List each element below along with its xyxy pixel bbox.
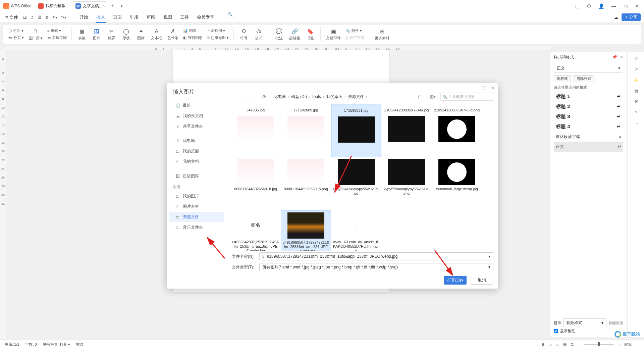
view-page-icon[interactable]: ▭ [548, 342, 552, 347]
print-quick-icon[interactable]: 🗋 [30, 15, 34, 20]
preview-icon[interactable]: 🗎 [45, 15, 49, 20]
nav-up-icon[interactable]: ↑ [253, 93, 258, 100]
print-icon[interactable]: 🖶 [38, 15, 42, 20]
search-icon[interactable]: 🔍 [228, 12, 233, 23]
side-mycloud[interactable]: ☁我的云文档 [169, 111, 224, 121]
preview-checkbox[interactable] [554, 329, 558, 333]
side-shared[interactable]: ⇪共享文件夹 [169, 121, 224, 132]
zoom-out-icon[interactable]: − [578, 343, 580, 347]
wordart-button[interactable]: A艺术字 [165, 28, 180, 41]
breadcrumb[interactable]: 此电脑› 磁盘 (D:)› tools› 我的桌面› 资源文件› [271, 94, 413, 100]
cube-icon[interactable]: ⬡ [587, 3, 591, 9]
cancel-button[interactable]: 取消 [471, 276, 493, 285]
fullscreen-icon[interactable]: ⛶ [636, 343, 639, 347]
shape-button[interactable]: ◯形状 [119, 28, 133, 41]
tab-templates[interactable]: 找稻壳模板 [35, 1, 72, 11]
nav-refresh-icon[interactable]: ⟳ [261, 93, 268, 100]
nav-back-icon[interactable]: ← [231, 93, 238, 100]
undo-icon[interactable]: ↶▾ [52, 15, 58, 20]
tab-document[interactable]: W 文字文稿1 ✕ [72, 1, 108, 11]
multi-window-icon[interactable]: ▢ [575, 3, 580, 9]
break-button[interactable]: ⭾分页 ▾ [7, 35, 25, 41]
tab-menu-button[interactable]: ▾ [118, 4, 125, 8]
clear-format-button[interactable]: 清除格式 [574, 75, 594, 82]
settings-icon[interactable]: ⚒ [634, 99, 638, 104]
flow-button[interactable]: ⇢流程图 ▾ [205, 28, 230, 34]
style-heading2[interactable]: 标题 2↵ [554, 101, 623, 111]
side-recent[interactable]: 🕘最近 [169, 100, 224, 111]
file-menu[interactable]: ≡ 文件 [3, 14, 20, 21]
new-style-button[interactable]: 新样式 [554, 75, 571, 82]
tab-page[interactable]: 页面 [112, 12, 122, 23]
file-item[interactable]: 0008118446926569_b.jpg [230, 157, 281, 210]
add-tab-button[interactable]: ＋ [107, 2, 118, 9]
view-web-icon[interactable]: ▭ [556, 342, 559, 347]
status-proof[interactable]: 校对 [76, 342, 84, 347]
chart-button[interactable]: 📊图表 [182, 28, 204, 34]
view-outline-icon[interactable]: ▤ [563, 342, 567, 347]
close-panel-icon[interactable]: ✕ [620, 55, 623, 59]
open-button[interactable]: 打开(O) ▾ [444, 276, 467, 285]
filename-field[interactable]: u=918960587,1729247211&fm=253&fmt=auto&a… [259, 252, 493, 260]
comment-button[interactable]: 💬批注 [272, 28, 286, 41]
zoom-in-icon[interactable]: + [618, 343, 620, 347]
file-item[interactable]: 171596831.jpg [331, 104, 381, 157]
file-item[interactable]: kypy55wuvuqkypy55wuvuq.png [381, 157, 432, 210]
tab-view[interactable]: 视图 [163, 12, 173, 23]
filetype-field[interactable]: 所有图片(*.emf *.wmf *.jpg *.jpeg *.jpe *.pn… [259, 263, 493, 271]
file-item[interactable]: u=918960587,1729247211&fm=253&fmt=au...8… [281, 210, 331, 251]
cloud-icon[interactable]: ☁ [614, 15, 618, 20]
help-icon[interactable]: ? [635, 110, 637, 115]
status-page[interactable]: 页面: 1/1 [5, 342, 19, 347]
view-grid-icon[interactable]: ⊞ [541, 342, 544, 347]
maximize-icon[interactable]: ▭ [624, 3, 628, 9]
side-desktop[interactable]: 🗀我的桌面 [169, 146, 224, 156]
file-item[interactable]: 签名u=856542337,2528192845&fm=253&fmt=au..… [230, 210, 281, 251]
tab-reference[interactable]: 引用 [129, 12, 139, 23]
dialog-close-icon[interactable]: ✕ [491, 85, 495, 90]
file-item[interactable]: thumbnail_large.webp.jpg [432, 157, 482, 210]
search-input[interactable]: 🔍 在此电脑中搜索 [440, 93, 494, 101]
file-item[interactable]: 171592609.jpg [281, 104, 331, 157]
show-select[interactable]: 有效样式▾ [563, 318, 606, 327]
tab-start[interactable]: 开始 [79, 12, 89, 23]
close-tab-icon[interactable]: ✕ [103, 4, 106, 8]
style-heading4[interactable]: 标题 4↵ [554, 121, 623, 132]
zoom-value[interactable]: 80% [624, 343, 632, 347]
current-style-select[interactable]: 正文▾ [554, 64, 623, 72]
headerfooter-button[interactable]: ▭页眉页脚 [46, 35, 68, 41]
smart-button[interactable]: ◧智能图形 [182, 35, 204, 41]
share-button[interactable]: ✧ 分享 [622, 13, 641, 21]
hyperlink-button[interactable]: 🔗超链接 [287, 28, 302, 41]
side-mydocs[interactable]: 🗀我的文档 [169, 156, 224, 167]
style-heading3[interactable]: 标题 3↵ [554, 111, 623, 121]
side-gallery[interactable]: 🖼正版图库 [169, 171, 224, 181]
table-button[interactable]: ▦表格 [75, 28, 89, 41]
mind-button[interactable]: ⊞思维导图 ▾ [205, 35, 230, 41]
style-body[interactable]: 正文↵ [554, 142, 623, 152]
pointer-icon[interactable]: ⬀ [635, 67, 638, 72]
spark-icon[interactable]: ✨ [634, 78, 639, 83]
file-item[interactable]: ｜｜｜www.163.com_dy_article_IEKAKQD40552D7… [331, 210, 381, 251]
symbol-button[interactable]: Ω符号 [237, 28, 251, 41]
new-folder-icon[interactable]: 🗀⁺ [417, 94, 425, 99]
style-default-para[interactable]: 默认段落字体a [554, 132, 623, 142]
dropcap-button[interactable]: A̲首字下沉 [344, 35, 366, 41]
tab-review[interactable]: 审阅 [146, 12, 156, 23]
side-musicfiles[interactable]: 🗀音乐文件夹 [169, 222, 224, 233]
file-item[interactable]: 2109241200035X7-0-lp.jpg [381, 104, 432, 157]
more-button[interactable]: ⊞更多素材 [373, 28, 391, 41]
formula-button[interactable]: √x公式 [252, 28, 265, 41]
style-heading1[interactable]: 标题 1↵ [554, 91, 623, 101]
iconlib-button[interactable]: ✦图标 [134, 28, 148, 41]
file-item[interactable]: kypy55wuvuqkypy55wuvuq.jpg [331, 157, 381, 210]
blankpage-button[interactable]: 🗋空白页 ▾ [26, 28, 45, 41]
tab-insert[interactable]: 插入 [96, 12, 106, 23]
textbox-button[interactable]: A文本框 [149, 28, 164, 41]
view-mode-icon[interactable]: ▦▾ [429, 94, 437, 99]
avatar-icon[interactable]: 👤 [598, 3, 604, 9]
side-mypics[interactable]: 🗀我的图片 [169, 191, 224, 201]
nav-forward-icon[interactable]: → [242, 93, 249, 100]
layers-icon[interactable]: ▤ [634, 89, 638, 93]
minimize-icon[interactable]: — [611, 3, 616, 9]
